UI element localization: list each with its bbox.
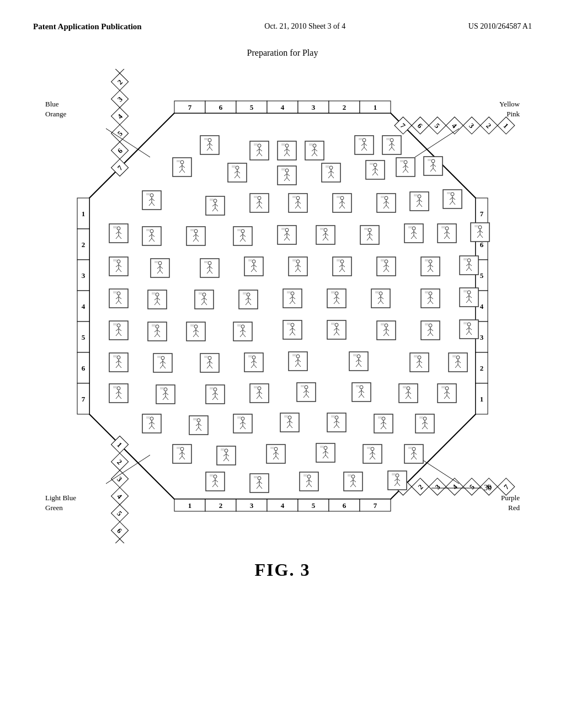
bottom-edge-strip: 1 2 3 4 5 6 7 [174, 499, 391, 511]
svg-text:4: 4 [480, 302, 484, 311]
svg-text:30: 30 [484, 484, 492, 492]
board-svg: 7 6 5 4 3 2 1 1 2 [45, 69, 520, 543]
svg-text:3: 3 [312, 103, 316, 111]
svg-rect-97 [111, 539, 129, 543]
svg-text:7: 7 [480, 210, 484, 218]
svg-text:1: 1 [188, 501, 192, 510]
svg-text:2: 2 [480, 364, 484, 372]
svg-text:1: 1 [82, 210, 86, 218]
svg-text:5: 5 [82, 333, 86, 341]
svg-text:1: 1 [480, 395, 484, 403]
svg-text:7: 7 [188, 103, 192, 111]
svg-text:6: 6 [82, 364, 86, 372]
header: Patent Application Publication Oct. 21, … [33, 22, 532, 31]
diagram-container: Blue Orange Yellow Pink Light Blue Green… [45, 69, 520, 543]
svg-rect-69 [111, 69, 129, 73]
svg-text:4: 4 [281, 501, 285, 510]
svg-text:7: 7 [82, 395, 86, 403]
svg-text:4: 4 [82, 302, 86, 311]
svg-text:6: 6 [343, 501, 347, 510]
svg-text:5: 5 [312, 501, 316, 510]
svg-text:5: 5 [250, 103, 254, 111]
header-center: Oct. 21, 2010 Sheet 3 of 4 [264, 22, 345, 31]
left-edge-strip: 1 2 3 4 5 6 7 [77, 198, 89, 414]
svg-text:3: 3 [480, 333, 484, 341]
header-left: Patent Application Publication [33, 22, 142, 31]
page: Patent Application Publication Oct. 21, … [0, 0, 565, 728]
top-edge-strip: 7 6 5 4 3 2 1 [174, 101, 391, 113]
svg-text:3: 3 [250, 501, 254, 510]
svg-text:4: 4 [281, 103, 285, 111]
svg-text:3: 3 [82, 271, 86, 280]
svg-text:5: 5 [480, 271, 484, 280]
svg-text:2: 2 [219, 501, 223, 510]
svg-text:1: 1 [374, 103, 377, 111]
svg-text:6: 6 [219, 103, 223, 111]
header-right: US 2010/264587 A1 [468, 22, 532, 31]
figure-title: Preparation for Play [33, 48, 532, 58]
svg-text:7: 7 [374, 501, 377, 510]
svg-text:2: 2 [343, 103, 347, 111]
svg-text:2: 2 [82, 240, 86, 249]
figure-caption: FIG. 3 [33, 560, 532, 580]
